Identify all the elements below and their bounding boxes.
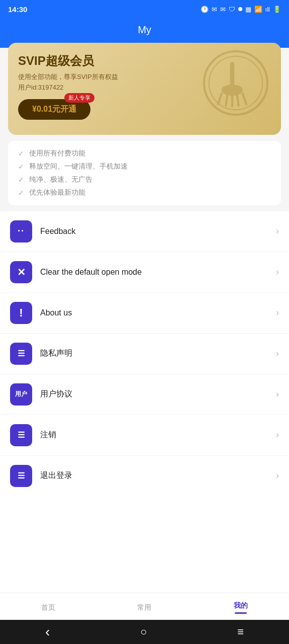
feature-item-1: ✓ 使用所有付费功能 (18, 149, 271, 158)
user-agreement-label: 用户协议 (40, 389, 276, 399)
menu-item-clear-default[interactable]: ✕ Clear the default open mode › (0, 252, 289, 293)
bottom-nav: 首页 常用 我的 (0, 593, 289, 620)
nav-active-underline (235, 612, 247, 614)
svg-point-0 (204, 51, 267, 115)
logout-icon-wrap: ☰ (10, 465, 32, 487)
feature-label-1: 使用所有付费功能 (29, 149, 85, 158)
svg-rect-2 (230, 62, 234, 87)
clear-default-label: Clear the default open mode (40, 268, 276, 277)
wifi-icon: ▦ (245, 6, 251, 13)
nav-item-common[interactable]: 常用 (127, 601, 161, 614)
menu-item-cancel-account[interactable]: ☰ 注销 › (0, 415, 289, 456)
nav-item-mine[interactable]: 我的 (224, 599, 258, 616)
features-section: ✓ 使用所有付费功能 ✓ 释放空间、一键清理、手机加速 ✓ 纯净、极速、无广告 … (8, 141, 281, 205)
battery-icon: 🔋 (273, 6, 281, 13)
about-us-icon-wrap: ! (10, 302, 32, 324)
cancel-account-label: 注销 (40, 430, 276, 440)
feedback-label: Feedback (40, 227, 276, 236)
status-time: 14:30 (8, 5, 27, 14)
network-icon: ıll (265, 6, 270, 13)
clear-default-icon: ✕ (17, 266, 26, 278)
clear-default-chevron: › (276, 267, 279, 277)
clear-default-icon-wrap: ✕ (10, 261, 32, 283)
status-icons: 🕐 ✉ ✉ 🛡 ▦ 📶 ıll 🔋 (201, 6, 281, 13)
feature-label-2: 释放空间、一键清理、手机加速 (29, 162, 128, 171)
dot-icon (238, 7, 242, 11)
check-icon-2: ✓ (18, 163, 24, 171)
nav-item-home[interactable]: 首页 (31, 601, 65, 614)
feedback-icon-wrap: ·· (10, 220, 32, 243)
menu-item-user-agreement[interactable]: 用户 用户协议 › (0, 374, 289, 415)
about-us-label: About us (40, 308, 276, 317)
user-agreement-icon: 用户 (15, 390, 27, 398)
feedback-icon: ·· (18, 226, 25, 236)
nav-home-label: 首页 (41, 603, 55, 612)
svg-line-5 (226, 95, 227, 106)
feedback-chevron: › (276, 226, 279, 236)
cancel-account-icon-wrap: ☰ (10, 424, 32, 446)
user-agreement-chevron: › (276, 389, 279, 399)
check-icon-4: ✓ (18, 189, 24, 197)
menu-item-logout[interactable]: ☰ 退出登录 › (0, 456, 289, 496)
menu-list: ·· Feedback › ✕ Clear the default open m… (0, 211, 289, 593)
vip-btn-wrapper: 新人专享 ¥0.01元开通 (18, 99, 90, 120)
check-icon-1: ✓ (18, 149, 24, 157)
message-icon: ✉ (220, 6, 226, 13)
vip-card: SVIP超级会员 使用全部功能，尊享SVIP所有权益 用户id:3197422 … (8, 43, 281, 135)
check-icon-3: ✓ (18, 176, 24, 184)
menu-item-privacy[interactable]: ☰ 隐私声明 › (0, 334, 289, 374)
logout-chevron: › (276, 470, 279, 481)
privacy-chevron: › (276, 348, 279, 359)
system-nav-bar: ‹ ○ ≡ (0, 620, 289, 644)
nav-common-label: 常用 (137, 603, 151, 612)
feature-label-3: 纯净、极速、无广告 (29, 175, 92, 184)
feature-item-2: ✓ 释放空间、一键清理、手机加速 (18, 162, 271, 171)
vip-decorative-icon (201, 48, 271, 118)
svg-line-8 (243, 94, 246, 104)
about-us-icon: ! (19, 306, 23, 319)
privacy-label: 隐私声明 (40, 348, 276, 359)
privacy-icon: ☰ (18, 350, 25, 358)
alarm-icon: 🕐 (201, 6, 209, 13)
logout-icon: ☰ (18, 471, 25, 480)
menu-item-feedback[interactable]: ·· Feedback › (0, 211, 289, 252)
menu-button[interactable]: ≡ (232, 620, 249, 643)
home-button[interactable]: ○ (135, 620, 152, 643)
feature-item-3: ✓ 纯净、极速、无广告 (18, 175, 271, 184)
about-us-chevron: › (276, 307, 279, 318)
svg-line-4 (218, 94, 222, 104)
user-agreement-icon-wrap: 用户 (10, 383, 32, 406)
nav-mine-label: 我的 (234, 601, 248, 610)
privacy-icon-wrap: ☰ (10, 343, 32, 365)
email-icon: ✉ (212, 6, 217, 13)
svg-line-7 (237, 95, 239, 106)
svg-point-3 (222, 85, 243, 96)
shield-icon: 🛡 (229, 6, 235, 13)
logout-label: 退出登录 (40, 470, 276, 481)
signal-icon: 📶 (254, 6, 262, 13)
feature-label-4: 优先体验最新功能 (29, 188, 85, 197)
status-bar: 14:30 🕐 ✉ ✉ 🛡 ▦ 📶 ıll 🔋 (0, 0, 289, 18)
cancel-account-icon: ☰ (18, 430, 25, 440)
menu-item-about-us[interactable]: ! About us › (0, 293, 289, 334)
back-button[interactable]: ‹ (40, 619, 55, 644)
feature-item-4: ✓ 优先体验最新功能 (18, 188, 271, 197)
vip-new-badge: 新人专享 (64, 93, 94, 103)
svg-point-1 (209, 56, 262, 110)
cancel-account-chevron: › (276, 430, 279, 440)
page-title: My (138, 24, 151, 35)
